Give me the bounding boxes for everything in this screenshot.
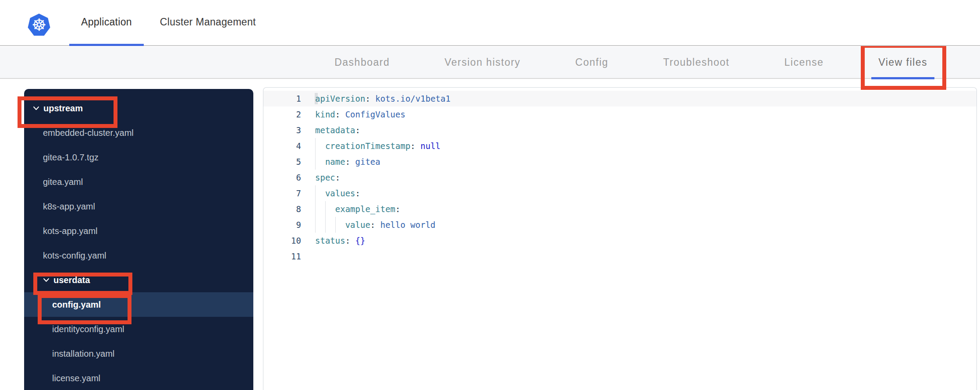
indent-guide (325, 217, 335, 233)
yaml-value: kots.io/v1beta1 (375, 94, 451, 103)
line-number: 5 (263, 154, 301, 170)
code-line-content (315, 248, 976, 264)
subnav-tab-label: View files (878, 57, 927, 68)
yaml-key: value (345, 220, 370, 230)
indent-guide (315, 217, 325, 233)
code-line-content: values: (315, 185, 976, 201)
tree-item-embedded-cluster-yaml[interactable]: embedded-cluster.yaml (24, 121, 253, 145)
tree-item-k8s-app-yaml[interactable]: k8s-app.yaml (24, 194, 253, 219)
line-number: 7 (263, 185, 301, 201)
code-line: 1apiVersion: kots.io/v1beta1 (263, 91, 976, 106)
header-tab-application[interactable]: Application (69, 0, 144, 46)
yaml-constant: null (420, 141, 440, 151)
code-line: 4creationTimestamp: null (263, 138, 976, 154)
code-line: 10status: {} (263, 233, 976, 248)
code-line-content: example_item: (315, 201, 976, 217)
yaml-key: values (325, 188, 355, 198)
folder-label: upstream (43, 103, 83, 113)
line-number: 3 (263, 122, 301, 138)
code-line-content: name: gitea (315, 154, 976, 170)
line-number: 8 (263, 201, 301, 217)
yaml-colon: : (395, 204, 400, 214)
yaml-value: gitea (355, 157, 380, 167)
yaml-colon: : (370, 220, 375, 230)
indent-guide (315, 138, 325, 154)
code-line-content: creationTimestamp: null (315, 138, 976, 154)
chevron-down-icon (33, 106, 39, 110)
code-line: 7values: (263, 185, 976, 201)
file-label: embedded-cluster.yaml (43, 128, 134, 138)
yaml-key: status (315, 236, 345, 245)
subnav-tab-label: Dashboard (334, 57, 390, 68)
tree-item-upstream[interactable]: upstream (24, 96, 253, 121)
yaml-colon: : (355, 188, 360, 198)
yaml-key: apiVersion (315, 94, 365, 103)
yaml-value: hello world (380, 220, 436, 230)
app-header-tabs: ApplicationCluster Management (69, 0, 268, 46)
code-line-content: status: {} (315, 233, 976, 248)
code-line: 5name: gitea (263, 154, 976, 170)
file-label: k8s-app.yaml (43, 202, 95, 212)
tree-item-installation-yaml[interactable]: installation.yaml (24, 341, 253, 366)
tree-item-userdata[interactable]: userdata (24, 268, 253, 292)
subnav-tab-version-history[interactable]: Version history (444, 47, 520, 78)
line-number: 6 (263, 170, 301, 185)
line-number: 1 (263, 91, 301, 106)
yaml-colon: : (335, 110, 340, 119)
file-tree-sidebar: upstreamembedded-cluster.yamlgitea-1.0.7… (24, 89, 253, 390)
yaml-colon: : (355, 125, 360, 135)
subnav-tab-dashboard[interactable]: Dashboard (334, 47, 390, 78)
yaml-key: kind (315, 110, 335, 119)
tree-item-license-yaml[interactable]: license.yaml (24, 366, 253, 390)
tree-item-kots-config-yaml[interactable]: kots-config.yaml (24, 243, 253, 268)
yaml-key: creationTimestamp (325, 141, 410, 151)
active-tab-underline (871, 77, 934, 79)
indent-guide (325, 201, 335, 217)
file-label: config.yaml (52, 300, 101, 310)
line-number: 4 (263, 138, 301, 154)
yaml-key: example_item (335, 204, 395, 214)
tree-item-identityconfig-yaml[interactable]: identityconfig.yaml (24, 317, 253, 341)
kubernetes-logo-icon[interactable]: ☸ (28, 14, 50, 36)
indent-guide (315, 185, 325, 201)
indent-guide (315, 201, 325, 217)
yaml-colon: : (365, 94, 370, 103)
code-line: 8example_item: (263, 201, 976, 217)
header-tab-label: Application (81, 16, 132, 28)
subnav-tab-troubleshoot[interactable]: Troubleshoot (663, 47, 729, 78)
indent-guide (335, 217, 345, 233)
file-label: identityconfig.yaml (52, 324, 124, 334)
tree-item-kots-app-yaml[interactable]: kots-app.yaml (24, 219, 253, 243)
code-line-content: value: hello world (315, 217, 976, 233)
code-line: 2kind: ConfigValues (263, 106, 976, 122)
file-label: kots-config.yaml (43, 251, 107, 261)
code-line: 3metadata: (263, 122, 976, 138)
yaml-constant: {} (355, 236, 366, 245)
file-label: installation.yaml (52, 349, 114, 359)
yaml-file-viewer[interactable]: 1apiVersion: kots.io/v1beta12kind: Confi… (263, 87, 977, 390)
header-tab-cluster-management[interactable]: Cluster Management (148, 0, 268, 46)
code-line: 9value: hello world (263, 217, 976, 233)
app-header: ☸ ApplicationCluster Management (0, 0, 980, 46)
yaml-colon: : (410, 141, 415, 151)
tree-item-config-yaml[interactable]: config.yaml (24, 292, 253, 317)
yaml-key: spec (315, 173, 335, 182)
header-tab-label: Cluster Management (160, 16, 256, 28)
subnav-tab-view-files[interactable]: View files (878, 47, 927, 78)
subnav-tab-config[interactable]: Config (575, 47, 608, 78)
yaml-key: metadata (315, 125, 355, 135)
line-number: 10 (263, 233, 301, 248)
yaml-key: name (325, 157, 345, 167)
code-line: 11 (263, 248, 976, 264)
file-label: kots-app.yaml (43, 226, 98, 236)
tree-item-gitea-yaml[interactable]: gitea.yaml (24, 170, 253, 194)
code-line-content: kind: ConfigValues (315, 106, 976, 122)
subnav-tab-license[interactable]: License (784, 47, 824, 78)
yaml-value: ConfigValues (345, 110, 405, 119)
app-subnav: DashboardVersion historyConfigTroublesho… (0, 47, 980, 79)
yaml-colon: : (345, 236, 350, 245)
subnav-tab-label: Troubleshoot (663, 57, 729, 68)
line-number: 11 (263, 248, 301, 264)
tree-item-gitea-1-0-7-tgz[interactable]: gitea-1.0.7.tgz (24, 145, 253, 170)
file-label: license.yaml (52, 373, 100, 383)
